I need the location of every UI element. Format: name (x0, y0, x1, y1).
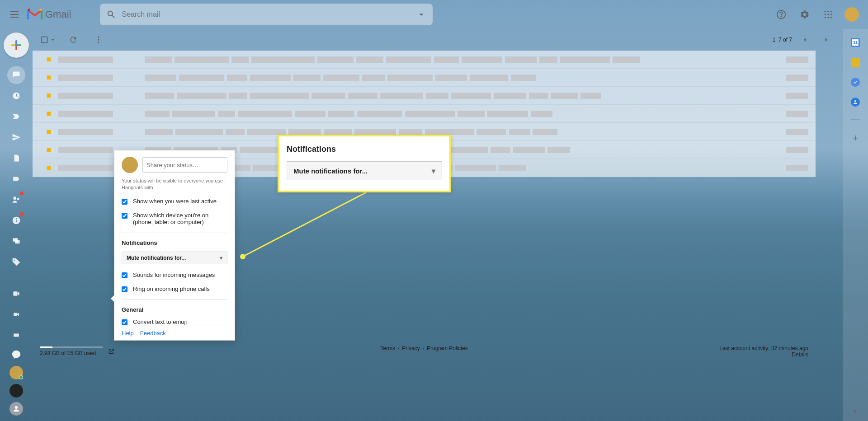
compose-button[interactable] (4, 33, 29, 58)
details-link[interactable]: Details (792, 351, 808, 358)
chat-icon (12, 237, 21, 245)
right-side-panel: 31 + (843, 29, 868, 421)
search-options-icon[interactable] (416, 9, 426, 19)
hangouts-avatar-3[interactable] (9, 402, 23, 416)
star-icon[interactable]: ■ (47, 91, 52, 100)
next-page-button[interactable] (817, 31, 835, 49)
email-row[interactable]: ■ (33, 105, 816, 123)
star-icon[interactable]: ■ (47, 55, 52, 64)
star-icon[interactable]: ■ (47, 73, 52, 82)
support-button[interactable] (770, 4, 792, 25)
search-input[interactable] (122, 10, 416, 19)
checkbox-input[interactable] (122, 272, 127, 278)
activity-text: Last account activity: 32 minutes ago (719, 345, 808, 351)
hangouts-help-link[interactable]: Help (122, 330, 134, 337)
nav-contacts[interactable] (7, 191, 25, 209)
svg-line-29 (243, 192, 366, 257)
email-row[interactable]: ■ (33, 69, 816, 87)
show-device-checkbox[interactable]: Show which device you're on (phone, tabl… (122, 212, 227, 225)
nav-meet[interactable] (7, 305, 25, 323)
nav-chat[interactable] (7, 232, 25, 250)
people-icon (12, 195, 21, 204)
hangouts-avatar-2[interactable] (9, 384, 23, 398)
show-last-active-checkbox[interactable]: Show when you were last active (122, 198, 227, 205)
search-bar[interactable] (100, 4, 433, 25)
email-row[interactable]: ■ (33, 87, 816, 105)
nav-categories[interactable] (7, 170, 25, 188)
refresh-icon (69, 35, 78, 44)
checkbox-input[interactable] (122, 319, 127, 325)
date-pixelated (786, 111, 808, 117)
callout-title: Notifications (287, 145, 442, 154)
star-icon[interactable]: ■ (47, 145, 52, 154)
svg-point-4 (830, 11, 832, 12)
callout-mute-dropdown[interactable]: Mute notifications for... (287, 161, 442, 180)
star-icon[interactable]: ■ (47, 163, 52, 172)
checkbox-input[interactable] (122, 213, 127, 219)
open-in-new-icon[interactable] (108, 348, 115, 355)
prev-page-button[interactable] (796, 31, 814, 49)
star-icon[interactable]: ■ (47, 127, 52, 136)
checkbox-input[interactable] (122, 286, 127, 292)
keep-addon[interactable] (851, 58, 860, 67)
more-button[interactable] (90, 31, 108, 49)
tag-icon (12, 257, 21, 267)
date-pixelated (786, 147, 808, 153)
nav-video[interactable] (7, 285, 25, 303)
svg-point-23 (15, 406, 18, 409)
sender-pixelated (58, 56, 113, 63)
inbox-icon (12, 70, 21, 80)
nav-drafts[interactable] (7, 149, 25, 167)
hangouts-feedback-link[interactable]: Feedback (140, 330, 166, 337)
nav-snoozed[interactable] (7, 87, 25, 105)
svg-rect-15 (16, 220, 17, 222)
select-all-checkbox[interactable] (40, 35, 57, 44)
gmail-logo[interactable]: Gmail (27, 9, 71, 20)
status-input[interactable] (142, 157, 227, 173)
date-pixelated (786, 75, 808, 81)
nav-info[interactable] (7, 211, 25, 229)
svg-point-7 (830, 14, 832, 15)
email-row[interactable]: ■ (33, 51, 816, 69)
main-menu-button[interactable] (4, 4, 25, 25)
settings-button[interactable] (794, 4, 816, 25)
tasks-addon[interactable] (851, 78, 860, 87)
checkbox-input[interactable] (122, 199, 127, 205)
sounds-incoming-checkbox[interactable]: Sounds for incoming messages (122, 271, 227, 278)
subject-pixelated (145, 165, 786, 171)
mute-notifications-dropdown[interactable]: Mute notifications for... (122, 252, 227, 264)
nav-keyboard[interactable] (7, 326, 25, 344)
hangouts-popup-footer: Help Feedback (114, 326, 235, 340)
gmail-m-icon (27, 9, 42, 20)
apps-button[interactable] (817, 4, 839, 25)
hangouts-rail (9, 348, 23, 421)
star-icon[interactable]: ■ (47, 109, 52, 118)
footer: 2.98 GB of 15 GB used Terms · Privacy · … (33, 345, 816, 358)
svg-point-6 (827, 14, 829, 15)
policies-link[interactable]: Program Policies (427, 345, 468, 351)
sender-pixelated (58, 111, 113, 117)
convert-emoji-checkbox[interactable]: Convert text to emoji (122, 318, 227, 325)
calendar-addon[interactable]: 31 (851, 38, 860, 47)
svg-point-3 (827, 11, 829, 12)
nav-inbox[interactable] (7, 66, 25, 84)
account-avatar[interactable] (844, 7, 859, 22)
svg-point-12 (13, 196, 16, 200)
svg-point-5 (825, 14, 826, 15)
hangouts-avatar-1[interactable] (9, 366, 23, 379)
get-addons-button[interactable]: + (853, 132, 859, 144)
refresh-button[interactable] (64, 31, 82, 49)
contacts-addon[interactable] (851, 98, 860, 107)
ring-incoming-checkbox[interactable]: Ring on incoming phone calls (122, 285, 227, 292)
terms-link[interactable]: Terms (380, 345, 395, 351)
nav-important[interactable] (7, 108, 25, 126)
hangouts-button[interactable] (9, 348, 23, 361)
meet-icon (12, 311, 21, 318)
sender-pixelated (58, 75, 113, 81)
sender-pixelated (58, 147, 113, 153)
side-panel-toggle[interactable] (843, 407, 868, 416)
nav-sent[interactable] (7, 128, 25, 146)
privacy-link[interactable]: Privacy (402, 345, 420, 351)
svg-point-1 (781, 17, 782, 17)
nav-tags[interactable] (7, 253, 25, 271)
